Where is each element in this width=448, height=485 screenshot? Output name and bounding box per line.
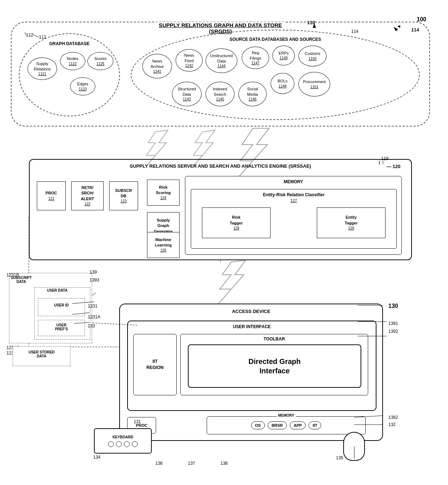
user-id-label: USER ID xyxy=(54,303,69,307)
os-pill: OS xyxy=(251,421,265,429)
user-id-box: USER ID xyxy=(38,298,85,316)
access-title: ACCESS DEVICE xyxy=(232,309,270,314)
toolbar-box: TOOLBAR Directed GraphInterface xyxy=(180,334,368,395)
iit-region-box: IITREGION xyxy=(133,334,177,395)
entity-tagger: EntityTagger 129 xyxy=(317,207,385,238)
ref-1392: 1392 xyxy=(388,329,398,334)
ref-134: 134 xyxy=(93,455,100,460)
access-device-box: ACCESS DEVICE USER INTERFACE IITREGION T… xyxy=(119,304,383,441)
memory-box: MEMORY Entity-Risk Relation Classifier 1… xyxy=(185,176,402,255)
srgds-container: SUPPLY RELATIONS GRAPH AND DATA STORE (S… xyxy=(11,22,430,126)
memory-title: MEMORY xyxy=(284,179,303,184)
ref-139: 139 xyxy=(90,270,97,275)
ref-1231a: 1231A xyxy=(88,314,100,319)
key-2 xyxy=(116,441,122,447)
ref-112-line: ┐ xyxy=(24,30,27,35)
key-3 xyxy=(124,441,130,447)
key-1 xyxy=(108,441,114,447)
ref-1231b: 1231B xyxy=(7,272,19,278)
unstructured-data-node: UnstructuredData 1144 xyxy=(206,48,237,73)
memory-row-label: MEMORY xyxy=(277,413,296,417)
user-stored-box: USER STOREDDATA xyxy=(13,346,70,366)
key-4 xyxy=(132,441,138,447)
ref-114-inner: 114 xyxy=(351,29,358,34)
ref-1382: 1382 xyxy=(388,415,398,420)
nodes-node: Nodes 1122 xyxy=(60,52,85,70)
subscr-module: SUBSCRDB 123 xyxy=(109,181,138,210)
machine-learning-module: MachineLearning 126 xyxy=(147,232,180,258)
ref-1231: 1231 xyxy=(88,304,98,309)
ref-130: 130 xyxy=(388,303,398,309)
structured-data-node: StructuredData 1143 xyxy=(172,82,202,106)
reg-filings-node: RegFilings 1147 xyxy=(242,47,269,69)
source-db-title: SOURCE DATA DATABASES AND SOURCES xyxy=(229,37,321,42)
proc-module: PROC 121 xyxy=(37,181,66,210)
ref-133: 133 xyxy=(88,323,95,329)
erps-node: ERPs 1149 xyxy=(272,46,295,65)
procurement-node: Procurement 1151 xyxy=(298,72,330,96)
app-pill: APP xyxy=(290,421,306,429)
scores-node: Scores 1125 xyxy=(87,52,113,70)
brsr-pill: BRSR xyxy=(268,421,287,429)
user-stored-label: USER STOREDDATA xyxy=(29,350,55,358)
ref-135: 135 xyxy=(336,455,343,460)
ref-1391: 1391 xyxy=(388,321,398,326)
ref-131: 131 xyxy=(134,419,141,424)
ref-136: 136 xyxy=(155,461,163,466)
iit-region-label: IITREGION xyxy=(146,359,163,371)
ref-1393: 1393 xyxy=(90,278,99,283)
risk-scoring-module: RiskScoring 124 xyxy=(147,180,180,206)
mouse-box xyxy=(343,432,365,461)
ref-119: 119 xyxy=(381,156,388,161)
server-box: SUPPLY RELATIONS SERVER AND SEARCH AND A… xyxy=(29,159,412,260)
bols-node: BOLs 1148 xyxy=(271,73,294,94)
source-db-cloud: SOURCE DATA DATABASES AND SOURCES NewsAr… xyxy=(131,30,420,120)
ref-137: 137 xyxy=(188,461,195,466)
customs-node: Customs 1150 xyxy=(298,46,327,66)
ui-title: USER INTERFACE xyxy=(233,324,271,329)
dgi-box: Directed GraphInterface xyxy=(188,344,361,388)
mouse-divider xyxy=(354,446,354,459)
retr-module: RETR/SRCH/ALERT 122 xyxy=(71,181,104,210)
keyboard-box: KEYBOARD xyxy=(94,428,152,454)
memory-row: MEMORY OS BRSR APP IIT xyxy=(207,416,366,434)
server-title: SUPPLY RELATIONS SERVER AND SEARCH AND A… xyxy=(130,163,311,169)
user-prefs-box: USERPREF'S xyxy=(38,320,85,336)
user-data-label: USER DATA xyxy=(47,288,68,292)
iit-pill: IIT xyxy=(309,421,321,429)
news-archive-node: NewsArchive 1141 xyxy=(142,54,172,78)
graph-db-title: GRAPH DATABASE xyxy=(49,41,90,46)
news-feed-node: NewsFeed 1142 xyxy=(176,49,203,72)
ref-132: 132 xyxy=(388,422,396,427)
keyboard-label: KEYBOARD xyxy=(112,435,133,439)
risk-tagger: RiskTagger 128 xyxy=(202,207,271,238)
social-media-node: SocialMedia 1146 xyxy=(238,82,267,106)
ref-138: 138 xyxy=(220,461,228,466)
diagram: 100 ◄ 110 114 SUPPLY RELATIONS GRAPH AND… xyxy=(0,0,448,485)
ui-box: USER INTERFACE IITREGION TOOLBAR Directe… xyxy=(127,321,376,411)
dgi-label: Directed GraphInterface xyxy=(249,357,301,375)
indexed-search-node: IndexedSearch 1145 xyxy=(206,82,234,106)
ref-112-outside: 112 xyxy=(39,35,46,40)
user-prefs-label: USERPREF'S xyxy=(55,323,68,331)
toolbar-title: TOOLBAR xyxy=(263,336,285,342)
entity-risk-box: Entity-Risk Relation Classifier 127 Risk… xyxy=(191,189,397,249)
edges-node: Edges 1123 xyxy=(70,77,95,95)
ref-120: — 120 xyxy=(387,164,400,169)
graph-db-cloud: GRAPH DATABASE SupplyRelations 1121 Node… xyxy=(19,33,120,116)
supply-relations-node: SupplyRelations 1121 xyxy=(27,57,57,80)
